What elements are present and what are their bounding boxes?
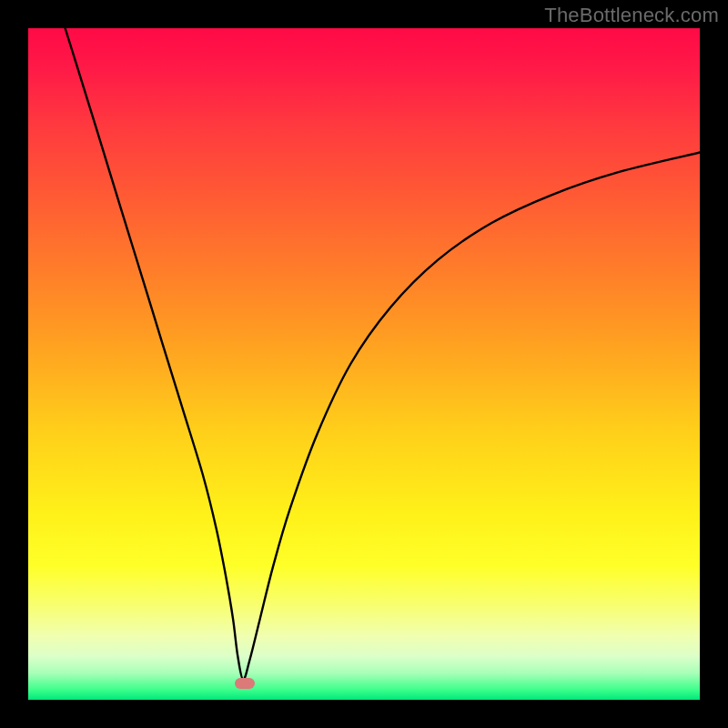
chart-root: TheBottleneck.com	[0, 0, 728, 728]
bottleneck-curve	[28, 28, 700, 700]
minimum-marker	[235, 678, 255, 689]
plot-area	[28, 28, 700, 700]
watermark-text: TheBottleneck.com	[544, 4, 719, 27]
